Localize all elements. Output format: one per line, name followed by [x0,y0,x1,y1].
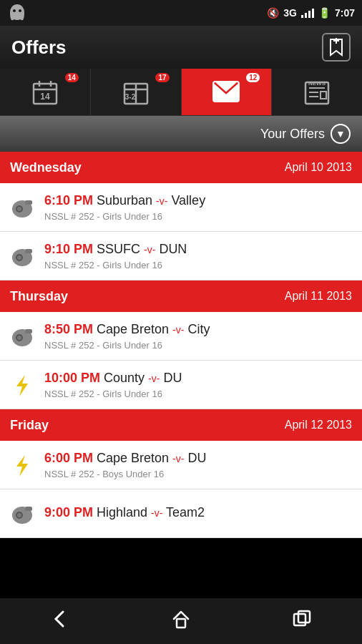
tab-offers-badge: 12 [246,73,260,82]
bookmark-button[interactable] [322,33,351,62]
game-title-3: 8:50 PM Cape Breton -v- City [44,321,353,338]
game-info-1: 6:10 PM Suburban -v- Valley NSSL # 252 -… [44,192,353,221]
game-title-6: 9:00 PM Highland -v- Team2 [44,504,353,521]
your-offers-dropdown[interactable]: ▼ [331,124,351,144]
whistle-icon-2 [9,243,36,270]
ghost-icon [7,3,27,23]
game-info-3: 8:50 PM Cape Breton -v- City NSSL # 252 … [44,321,353,350]
game-vs-5: -v- [172,453,184,464]
svg-text:14: 14 [40,92,50,102]
game-item[interactable]: 9:00 PM Highland -v- Team2 [0,489,362,538]
tab-calendar-badge: 14 [65,73,79,82]
svg-point-1 [13,9,16,12]
content-area: Wednesday April 10 2013 6:10 PM Suburban… [0,152,362,538]
day-header-friday: Friday April 12 2013 [0,409,362,441]
tab-scores-badge: 17 [155,73,169,82]
game-vs-4: -v- [148,373,160,384]
game-time-6: 9:00 PM [44,505,97,519]
signal-bars [301,8,314,18]
whistle-icon-1 [9,194,36,221]
lightning-icon-1 [9,371,36,399]
game-time-3: 8:50 PM [44,322,97,336]
recent-apps-button[interactable] [278,603,326,640]
day-date-friday: April 12 2013 [285,419,352,431]
your-offers-bar[interactable]: Your Offers ▼ [0,116,362,152]
status-bar-right: 🔇 3G 🔋 7:07 [267,7,355,19]
battery-icon: 🔋 [318,7,331,19]
mail-icon [212,80,240,104]
svg-point-29 [17,255,21,260]
svg-rect-42 [298,611,310,623]
svg-point-2 [19,9,21,12]
svg-rect-23 [25,200,32,205]
scores-icon: 3-2 [123,79,149,105]
day-name-wednesday: Wednesday [10,160,82,175]
chevron-down-icon: ▼ [336,128,346,140]
game-time-5: 6:00 PM [44,451,97,465]
game-time-4: 10:00 PM [44,371,104,385]
svg-rect-37 [25,507,32,511]
your-offers-label: Your Offers [260,127,325,142]
game-subtitle-4: NSSL # 252 - Girls Under 16 [44,389,353,399]
game-vs-6: -v- [151,507,162,519]
svg-rect-31 [25,329,32,333]
day-date-thursday: April 11 2013 [285,290,352,303]
app-header: Offers [0,26,362,69]
whistle-icon-4 [9,500,36,527]
game-item[interactable]: 9:10 PM SSUFC -v- DUN NSSL # 252 - Girls… [0,232,362,280]
day-name-friday: Friday [10,418,49,433]
news-icon: NEWS [304,79,330,105]
time-display: 7:07 [335,7,355,19]
game-vs-3: -v- [172,324,184,336]
game-title-1: 6:10 PM Suburban -v- Valley [44,192,353,209]
game-list-wednesday: 6:10 PM Suburban -v- Valley NSSL # 252 -… [0,183,362,280]
home-button[interactable] [157,603,205,640]
lightning-icon-2 [9,452,36,479]
game-title-5: 6:00 PM Cape Breton -v- DU [44,450,353,467]
tab-scores[interactable]: 17 3-2 [91,69,182,115]
bottom-nav [0,598,362,644]
svg-rect-20 [321,92,326,99]
whistle-icon-3 [9,323,36,350]
game-info-6: 9:00 PM Highland -v- Team2 [44,504,353,522]
svg-point-39 [17,513,21,517]
tab-news[interactable]: NEWS [272,69,362,115]
status-bar-left [7,3,27,23]
day-header-thursday: Thursday April 11 2013 [0,280,362,312]
game-list-friday: 6:00 PM Cape Breton -v- DU NSSL # 252 - … [0,441,362,538]
game-vs-2: -v- [144,244,155,255]
game-item[interactable]: 6:00 PM Cape Breton -v- DU NSSL # 252 - … [0,441,362,489]
game-time-2: 9:10 PM [44,242,97,256]
tab-bar: 14 14 17 3-2 12 [0,69,362,116]
game-item[interactable]: 10:00 PM County -v- DU NSSL # 252 - Girl… [0,361,362,409]
tab-calendar[interactable]: 14 14 [0,69,91,115]
game-time-1: 6:10 PM [44,193,97,208]
home-icon [171,609,191,629]
tab-offers[interactable]: 12 [182,69,273,115]
svg-point-25 [17,207,21,211]
svg-marker-34 [16,375,28,396]
game-subtitle-3: NSSL # 252 - Girls Under 16 [44,340,353,351]
mute-icon: 🔇 [267,7,279,19]
app-title: Offers [11,36,67,59]
back-button[interactable] [36,603,84,640]
game-subtitle-5: NSSL # 252 - Boys Under 16 [44,469,353,479]
network-label: 3G [283,7,297,19]
game-subtitle-2: NSSL # 252 - Girls Under 16 [44,260,353,270]
svg-rect-27 [25,249,32,253]
game-title-2: 9:10 PM SSUFC -v- DUN [44,241,353,258]
game-title-4: 10:00 PM County -v- DU [44,370,353,386]
game-list-thursday: 8:50 PM Cape Breton -v- City NSSL # 252 … [0,312,362,409]
game-info-2: 9:10 PM SSUFC -v- DUN NSSL # 252 - Girls… [44,241,353,270]
day-name-thursday: Thursday [10,289,68,304]
svg-text:3-2: 3-2 [124,93,135,101]
svg-rect-41 [294,614,305,625]
game-item[interactable]: 6:10 PM Suburban -v- Valley NSSL # 252 -… [0,183,362,232]
svg-point-33 [17,336,21,340]
calendar-icon: 14 [32,79,58,105]
game-item[interactable]: 8:50 PM Cape Breton -v- City NSSL # 252 … [0,312,362,361]
game-vs-1: -v- [156,195,167,207]
svg-marker-35 [16,455,28,477]
back-icon [50,609,70,629]
game-info-4: 10:00 PM County -v- DU NSSL # 252 - Girl… [44,370,353,399]
